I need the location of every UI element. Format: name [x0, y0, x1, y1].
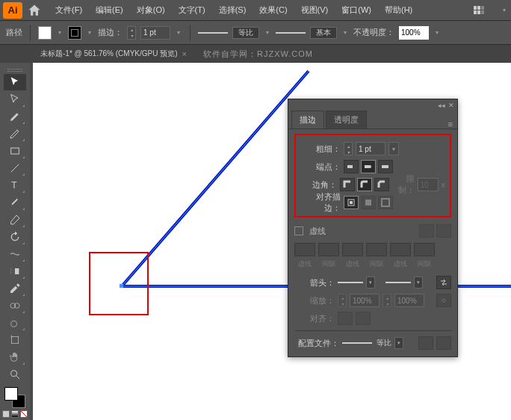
style-preset-dd[interactable]: ▾: [341, 29, 349, 37]
cap-square-icon[interactable]: [378, 160, 393, 173]
gradient-mode-icon[interactable]: [11, 410, 19, 418]
menu-help[interactable]: 帮助(H): [379, 1, 418, 19]
opacity-input[interactable]: [399, 26, 429, 40]
dash-h5: 虚线: [390, 259, 411, 269]
arrow-end-dd[interactable]: ▾: [414, 277, 423, 288]
svg-rect-19: [382, 165, 388, 168]
document-tab[interactable]: 未标题-1* @ 561.76% (CMYK/GPU 预览) ×: [33, 46, 194, 62]
swap-arrows-icon[interactable]: [436, 276, 451, 289]
type-tool[interactable]: T: [4, 177, 26, 194]
svg-point-18: [368, 165, 371, 168]
svg-line-10: [16, 376, 19, 379]
dash-preserve-icon: [419, 224, 434, 238]
dashed-checkbox[interactable]: [294, 226, 303, 235]
dash-3: [390, 243, 411, 256]
dash-h4: 间隙: [366, 259, 387, 269]
dash-h2: 间隙: [318, 259, 339, 269]
panel-menu-icon[interactable]: ≡: [448, 120, 453, 129]
menu-view[interactable]: 视图(V): [295, 1, 335, 19]
flip-h-icon: [418, 336, 433, 350]
menu-file[interactable]: 文件(F): [49, 1, 88, 19]
fill-stroke-swatch[interactable]: [4, 387, 25, 408]
direct-selection-tool[interactable]: [4, 91, 26, 108]
shape-builder-tool[interactable]: [4, 315, 26, 331]
annotation-box-panel: 粗细： ▴▾ ▾ 端点： 边角： 限制：: [294, 134, 451, 217]
weight-spinner[interactable]: ▴▾: [344, 142, 353, 155]
stroke-weight-input[interactable]: [140, 26, 170, 40]
arrow-start-dd[interactable]: ▾: [366, 277, 375, 288]
panel-tab-opacity[interactable]: 透明度: [326, 111, 367, 129]
weight-input[interactable]: [356, 142, 385, 155]
menu-type[interactable]: 文字(T): [173, 1, 211, 19]
svg-point-9: [11, 371, 17, 377]
weight-label: 粗细：: [300, 143, 341, 155]
align-center-icon[interactable]: [344, 196, 359, 209]
profile-preview: [342, 342, 372, 344]
fill-dropdown[interactable]: ▾: [56, 29, 64, 37]
pen-tool[interactable]: [4, 108, 26, 125]
none-mode-icon[interactable]: [20, 410, 28, 418]
dash-h6: 间隙: [414, 259, 435, 269]
workspace-switcher-icon[interactable]: [474, 6, 486, 15]
zoom-tool[interactable]: [4, 366, 26, 383]
svg-line-1: [11, 164, 19, 173]
selection-tool[interactable]: [4, 74, 26, 90]
paintbrush-tool[interactable]: [4, 194, 26, 211]
panel-collapse-icon[interactable]: ◂◂: [438, 102, 445, 109]
weight-dd[interactable]: ▾: [388, 142, 399, 155]
stroke-swatch[interactable]: [68, 26, 81, 40]
brush-preset[interactable]: 等比: [232, 27, 259, 39]
limit-x: x: [442, 180, 446, 189]
stroke-weight-spinner[interactable]: ▴▾: [127, 26, 136, 40]
artboard-tool[interactable]: [4, 332, 26, 348]
app-logo: Ai: [3, 2, 22, 19]
hand-tool[interactable]: [4, 349, 26, 365]
brush-preset-dd[interactable]: ▾: [264, 29, 271, 37]
join-bevel-icon[interactable]: [374, 178, 389, 191]
opacity-label: 不透明度：: [353, 27, 394, 38]
fill-swatch[interactable]: [38, 26, 52, 40]
menu-effect[interactable]: 效果(C): [253, 1, 293, 19]
cap-round-icon[interactable]: [361, 160, 376, 173]
join-round-icon[interactable]: [357, 178, 372, 191]
profile-dd[interactable]: ▾: [394, 337, 403, 349]
line-tool[interactable]: [4, 160, 26, 176]
menu-window[interactable]: 窗口(W): [335, 1, 377, 19]
dash-align-icon: [436, 224, 451, 238]
style-preset[interactable]: 基本: [310, 27, 337, 39]
close-tab-icon[interactable]: ×: [182, 49, 187, 58]
brush-preview: [198, 32, 228, 34]
align2-label: 对齐：: [294, 313, 335, 324]
blend-tool[interactable]: [4, 297, 26, 314]
tools-panel: T: [0, 63, 30, 420]
curvature-tool[interactable]: [4, 126, 26, 142]
cap-butt-icon[interactable]: [344, 160, 359, 173]
rotate-tool[interactable]: [4, 229, 26, 245]
limit-input: [418, 178, 439, 191]
eyedropper-tool[interactable]: [4, 280, 26, 297]
stroke-weight-dd[interactable]: ▾: [175, 29, 182, 37]
menu-object[interactable]: 对象(O): [131, 1, 171, 19]
svg-rect-21: [350, 201, 353, 204]
color-mode-icon[interactable]: [2, 410, 10, 418]
workspace-dropdown[interactable]: ▾: [501, 7, 508, 14]
panel-close-icon[interactable]: ✕: [448, 102, 454, 109]
width-tool[interactable]: [4, 246, 26, 262]
link-scale-icon: [436, 294, 451, 307]
eraser-tool[interactable]: [4, 211, 26, 228]
rectangle-tool[interactable]: [4, 143, 26, 159]
profile-label: 配置文件：: [294, 338, 339, 349]
menu-edit[interactable]: 编辑(E): [90, 1, 129, 19]
cap-label: 端点：: [300, 161, 341, 173]
home-icon[interactable]: [27, 3, 42, 18]
scale-label: 缩放：: [294, 295, 335, 306]
svg-rect-23: [382, 199, 389, 206]
panel-tab-stroke[interactable]: 描边: [291, 111, 324, 129]
join-miter-icon[interactable]: [340, 178, 355, 191]
stroke-dropdown[interactable]: ▾: [86, 29, 93, 37]
toolbar-handle[interactable]: [3, 67, 27, 73]
menu-select[interactable]: 选择(S): [213, 1, 253, 19]
gradient-tool[interactable]: [4, 263, 26, 280]
gap-1: [318, 243, 339, 256]
opacity-dd[interactable]: ▾: [433, 29, 441, 37]
